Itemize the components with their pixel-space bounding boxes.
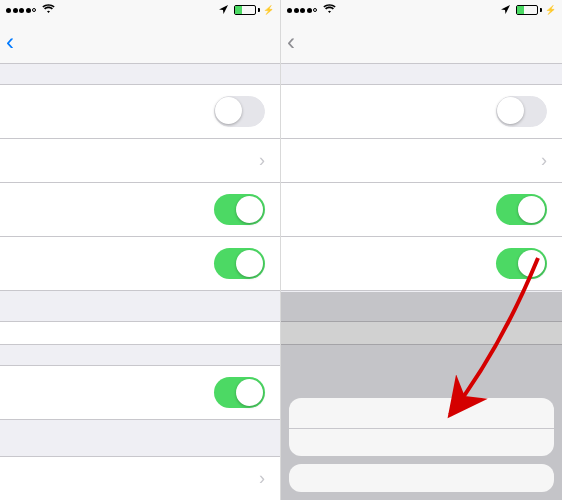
toggle-apple-pay[interactable]: [214, 248, 265, 279]
toggle-do-not-track[interactable]: [214, 96, 265, 127]
clear-history-and-data-button[interactable]: [289, 428, 554, 456]
screenshot-step-2: ⚡ ‹ ›: [281, 0, 562, 500]
battery-icon: [516, 5, 542, 15]
action-sheet: [281, 280, 562, 500]
action-sheet-message: [289, 398, 554, 428]
section-footer-cellular: [0, 420, 280, 434]
back-button[interactable]: ‹: [0, 30, 16, 54]
wifi-icon: [42, 4, 55, 16]
row-fraud-warning[interactable]: [281, 183, 562, 237]
wifi-icon: [323, 4, 336, 16]
nav-bar: ‹: [0, 20, 280, 64]
signal-dots-icon: [6, 8, 36, 13]
row-do-not-track[interactable]: [281, 85, 562, 139]
row-fraud-warning[interactable]: [0, 183, 280, 237]
nav-bar: ‹: [281, 20, 562, 64]
location-icon: [219, 4, 228, 16]
section-header-privacy: [281, 64, 562, 84]
status-bar: ⚡: [281, 0, 562, 20]
cancel-button[interactable]: [289, 464, 554, 492]
toggle-cellular[interactable]: [214, 377, 265, 408]
row-advanced[interactable]: ›: [0, 457, 280, 500]
section-header-reading: [0, 345, 280, 365]
charging-icon: ⚡: [263, 5, 274, 15]
toggle-fraud-warning[interactable]: [496, 194, 547, 225]
row-clear-history[interactable]: [0, 321, 280, 345]
chevron-right-icon: ›: [541, 150, 547, 171]
chevron-left-icon: ‹: [287, 30, 295, 54]
back-button[interactable]: ‹: [281, 30, 297, 54]
action-sheet-main: [289, 398, 554, 457]
charging-icon: ⚡: [545, 5, 556, 15]
toggle-do-not-track[interactable]: [496, 96, 547, 127]
section-footer-apple-pay: [0, 291, 280, 321]
location-icon: [501, 4, 510, 16]
row-cellular-data[interactable]: [0, 366, 280, 419]
status-bar: ⚡: [0, 0, 280, 20]
section-header-privacy: [0, 64, 280, 84]
chevron-right-icon: ›: [259, 468, 265, 489]
row-apple-pay[interactable]: [0, 237, 280, 290]
row-block-cookies[interactable]: ›: [0, 139, 280, 183]
battery-icon: [234, 5, 260, 15]
action-sheet-cancel-block: [289, 464, 554, 492]
screenshot-step-1: ⚡ ‹ ›: [0, 0, 281, 500]
chevron-right-icon: ›: [259, 150, 265, 171]
signal-dots-icon: [287, 8, 317, 13]
settings-list: ›: [0, 64, 280, 500]
chevron-left-icon: ‹: [6, 30, 14, 54]
row-block-cookies[interactable]: ›: [281, 139, 562, 183]
row-do-not-track[interactable]: [0, 85, 280, 139]
toggle-apple-pay[interactable]: [496, 248, 547, 279]
toggle-fraud-warning[interactable]: [214, 194, 265, 225]
